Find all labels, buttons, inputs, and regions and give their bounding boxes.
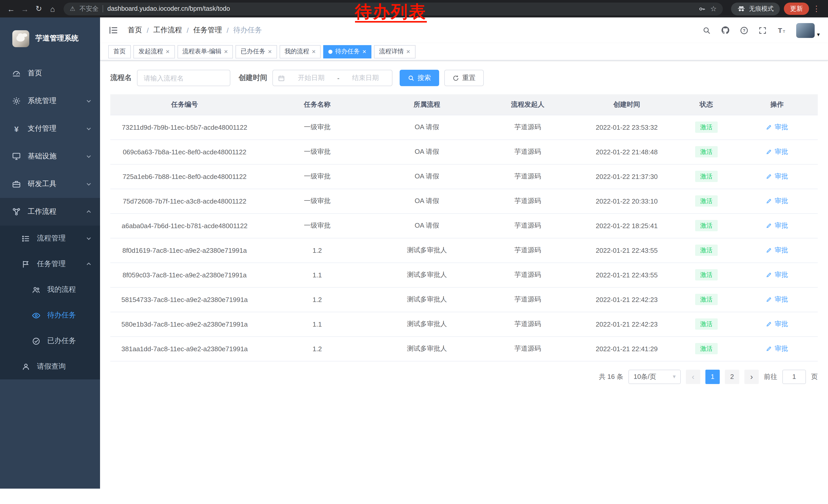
workflow-icon [11, 207, 22, 216]
annotation-todo-list: 待办列表 [355, 3, 427, 23]
sidebar-item-process-mgmt[interactable]: 流程管理 [0, 226, 100, 251]
process-name-input[interactable] [137, 70, 230, 86]
user-avatar[interactable] [796, 23, 815, 38]
approve-link[interactable]: 审批 [766, 147, 788, 156]
security-label[interactable]: 不安全 [80, 4, 99, 13]
app-title: 芋道管理系统 [35, 34, 79, 43]
browser-home-icon[interactable]: ⌂ [46, 2, 59, 16]
sidebar-item-label: 流程管理 [37, 234, 66, 243]
sidebar-item-label: 我的流程 [47, 285, 76, 294]
close-icon[interactable]: × [224, 48, 228, 55]
fullscreen-icon[interactable] [758, 26, 767, 35]
search-button[interactable]: 搜索 [400, 70, 439, 86]
reload-icon[interactable]: ↻ [32, 2, 46, 16]
page-1-button[interactable]: 1 [705, 369, 720, 384]
process-cell: 测试多审批人 [376, 287, 478, 312]
sidebar-collapse-icon[interactable] [108, 25, 119, 35]
help-icon[interactable]: ? [740, 26, 749, 35]
back-icon[interactable]: ← [4, 2, 18, 16]
edit-pencil-icon [766, 223, 772, 229]
task-id-cell: 8f0d1619-7ac8-11ec-a9e2-a2380e71991a [110, 238, 259, 263]
sidebar-item-workflow[interactable]: 工作流程 [0, 198, 100, 226]
approve-link[interactable]: 审批 [766, 319, 788, 329]
sidebar-item-label: 待办任务 [47, 311, 76, 320]
breadcrumb-item[interactable]: 首页 [128, 26, 142, 35]
sidebar-item-label: 支付管理 [28, 124, 56, 133]
tab-my-process[interactable]: 我的流程× [280, 45, 321, 58]
approve-link[interactable]: 审批 [766, 123, 788, 132]
github-icon[interactable] [721, 26, 730, 35]
starter-cell: 芋道源码 [478, 312, 577, 336]
prev-page-button[interactable]: ‹ [686, 369, 700, 384]
update-button[interactable]: 更新 [784, 3, 809, 15]
sidebar-item-payment[interactable]: ¥ 支付管理 [0, 115, 100, 142]
table-row: 381aa1dd-7ac8-11ec-a9e2-a2380e71991a 1.2… [110, 336, 818, 361]
goto-page-input[interactable] [782, 369, 806, 384]
task-id-cell: 73211d9d-7b9b-11ec-b5b7-acde48001122 [110, 115, 259, 139]
start-date-placeholder[interactable]: 开始日期 [289, 73, 333, 83]
bookmark-star-icon[interactable]: ☆ [710, 5, 717, 13]
tab-label: 流程详情 [379, 47, 404, 56]
search-icon[interactable] [703, 26, 711, 35]
tab-done-task[interactable]: 已办任务× [236, 45, 277, 58]
tab-start-process[interactable]: 发起流程× [133, 45, 175, 58]
sidebar-item-infra[interactable]: 基础设施 [0, 142, 100, 170]
edit-pencil-icon [766, 247, 772, 253]
create-time-range-picker[interactable]: 开始日期 - 结束日期 [273, 70, 392, 86]
sidebar-item-todo-task[interactable]: 待办任务 [0, 303, 100, 328]
approve-link[interactable]: 审批 [766, 270, 788, 279]
sidebar-item-label: 已办任务 [47, 336, 76, 346]
end-date-placeholder[interactable]: 结束日期 [343, 73, 387, 83]
sidebar-item-devtools[interactable]: 研发工具 [0, 170, 100, 198]
page-content: 流程名 创建时间 开始日期 - 结束日期 搜索 [100, 60, 828, 504]
chevron-down-icon [86, 181, 92, 187]
status-badge: 激活 [695, 244, 718, 256]
page-2-button[interactable]: 2 [725, 369, 739, 384]
edit-pencil-icon [766, 321, 772, 327]
reset-button[interactable]: 重置 [444, 70, 484, 86]
close-icon[interactable]: × [406, 48, 410, 55]
breadcrumb-item[interactable]: 工作流程 [153, 26, 182, 35]
tab-todo-task[interactable]: 待办任务× [324, 45, 371, 58]
font-size-icon[interactable]: TT [777, 26, 787, 35]
password-key-icon[interactable] [699, 5, 706, 12]
breadcrumb-item[interactable]: 任务管理 [194, 26, 222, 35]
tab-label: 我的流程 [285, 47, 309, 56]
incognito-icon [737, 5, 745, 13]
url-text[interactable]: dashboard.yudao.iocoder.cn/bpm/task/todo [108, 5, 230, 12]
forward-icon[interactable]: → [18, 2, 32, 16]
status-badge: 激活 [695, 220, 718, 231]
browser-menu-icon[interactable]: ⋮ [809, 4, 824, 13]
sidebar-item-system[interactable]: 系统管理 [0, 87, 100, 115]
user-menu[interactable]: ▾ [796, 23, 820, 38]
workflow-submenu: 流程管理 任务管理 [0, 226, 100, 379]
sidebar-item-task-mgmt[interactable]: 任务管理 [0, 251, 100, 277]
approve-link[interactable]: 审批 [766, 172, 788, 181]
tab-process-detail[interactable]: 流程详情× [374, 45, 415, 58]
close-icon[interactable]: × [363, 48, 366, 55]
sidebar-item-my-process[interactable]: 我的流程 [0, 277, 100, 303]
edit-pencil-icon [766, 272, 772, 278]
sidebar-item-home[interactable]: 首页 [0, 59, 100, 87]
sidebar-item-done-task[interactable]: 已办任务 [0, 328, 100, 354]
tab-process-form-edit[interactable]: 流程表单-编辑× [177, 45, 233, 58]
approve-link[interactable]: 审批 [766, 196, 788, 205]
starter-cell: 芋道源码 [478, 164, 577, 189]
approve-link[interactable]: 审批 [766, 295, 788, 304]
approve-link[interactable]: 审批 [766, 344, 788, 353]
calendar-icon [278, 74, 285, 82]
close-icon[interactable]: × [166, 48, 170, 55]
tab-home[interactable]: 首页 [108, 45, 131, 58]
sidebar-item-label: 请假查询 [37, 362, 66, 371]
sidebar-item-leave-query[interactable]: 请假查询 [0, 354, 100, 379]
next-page-button[interactable]: › [744, 369, 759, 384]
close-icon[interactable]: × [312, 48, 316, 55]
close-icon[interactable]: × [268, 48, 272, 55]
app-logo-row[interactable]: 芋道管理系统 [0, 17, 100, 59]
approve-link[interactable]: 审批 [766, 245, 788, 255]
approve-link[interactable]: 审批 [766, 221, 788, 230]
status-cell: 激活 [676, 164, 736, 189]
page-size-select[interactable]: 10条/页 ▾ [628, 369, 681, 384]
table-row: 580e1b3d-7ac8-11ec-a9e2-a2380e71991a 1.1… [110, 312, 818, 336]
process-cell: OA 请假 [376, 213, 478, 238]
